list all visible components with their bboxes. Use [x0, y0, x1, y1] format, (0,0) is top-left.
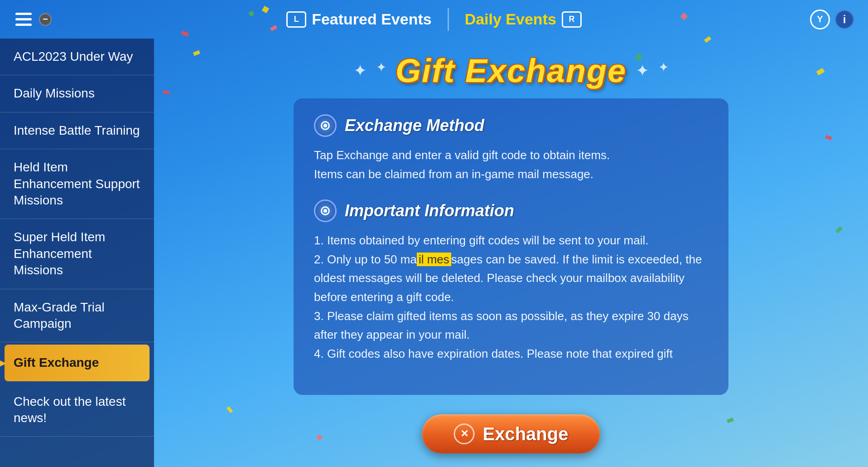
sparkle-left: ✦ [353, 61, 367, 80]
important-info-header: Important Information [314, 199, 708, 222]
sidebar-item-daily-missions[interactable]: Daily Missions [0, 75, 154, 112]
main-content: ✦ ✦ Gift Exchange ✦ ✦ Exchange Method Ta… [154, 39, 868, 467]
sidebar-item-check-news[interactable]: Check out the latest news! [0, 384, 154, 437]
exchange-button[interactable]: ✕ Exchange [422, 414, 600, 453]
daily-events-label: Daily Events [465, 10, 556, 28]
sidebar-item-label: Intense Battle Training [14, 123, 140, 137]
tab-featured-events[interactable]: L Featured Events [273, 6, 445, 33]
page-title: Gift Exchange [395, 52, 627, 89]
exchange-method-icon [314, 114, 337, 137]
important-info-icon [314, 199, 337, 222]
sidebar-item-label: Check out the latest news! [14, 394, 125, 425]
nav-divider [448, 8, 449, 31]
l-button-badge: L [286, 11, 306, 28]
important-info-title: Important Information [345, 201, 514, 220]
sparkle-right: ✦ [636, 61, 649, 80]
r-button-badge: R [562, 11, 582, 28]
exchange-button-container: ✕ Exchange [422, 414, 600, 453]
sidebar: ACL2023 Under Way Daily Missions Intense… [0, 39, 154, 467]
menu-button[interactable]: − [14, 10, 52, 29]
sidebar-item-label: Super Held Item Enhancement Missions [14, 230, 105, 277]
sidebar-item-acl2023[interactable]: ACL2023 Under Way [0, 39, 154, 75]
sparkle-left-2: ✦ [376, 60, 386, 75]
pokeball-icon-2 [321, 206, 330, 215]
hamburger-icon [14, 10, 36, 29]
important-info-body: 1. Items obtained by entering gift codes… [314, 231, 708, 363]
header-right-controls: Y i [810, 10, 854, 29]
sidebar-item-label: Daily Missions [14, 86, 95, 100]
x-button-badge: ✕ [454, 423, 475, 444]
content-panel: Exchange Method Tap Exchange and enter a… [294, 98, 728, 395]
header-navigation: L Featured Events Daily Events R [273, 6, 595, 33]
info-button[interactable]: i [834, 10, 854, 29]
minus-badge: − [39, 13, 52, 26]
sidebar-item-intense-battle[interactable]: Intense Battle Training [0, 112, 154, 149]
sidebar-item-label: Max-Grade Trial Campaign [14, 300, 105, 331]
exchange-method-title: Exchange Method [345, 116, 484, 135]
sidebar-item-label: ACL2023 Under Way [14, 49, 133, 63]
y-button-badge[interactable]: Y [810, 10, 830, 29]
sidebar-item-super-held-item[interactable]: Super Held Item Enhancement Missions [0, 219, 154, 289]
pokeball-icon [321, 121, 330, 130]
header: − L Featured Events Daily Events R Y i [0, 0, 868, 39]
sidebar-item-max-grade[interactable]: Max-Grade Trial Campaign [0, 289, 154, 343]
sidebar-item-label: Held Item Enhancement Support Missions [14, 160, 140, 207]
highlight-text: il mes [417, 253, 451, 266]
page-title-container: ✦ ✦ Gift Exchange ✦ ✦ [353, 52, 669, 89]
exchange-method-header: Exchange Method [314, 114, 708, 137]
sidebar-item-held-item[interactable]: Held Item Enhancement Support Missions [0, 149, 154, 219]
exchange-method-body: Tap Exchange and enter a valid gift code… [314, 146, 708, 184]
sparkle-right-2: ✦ [658, 60, 669, 75]
tab-daily-events[interactable]: Daily Events R [451, 6, 595, 33]
featured-events-label: Featured Events [312, 10, 432, 28]
exchange-button-label: Exchange [483, 424, 569, 444]
sidebar-item-gift-exchange[interactable]: Gift Exchange [5, 345, 149, 381]
sidebar-item-label: Gift Exchange [14, 355, 99, 370]
